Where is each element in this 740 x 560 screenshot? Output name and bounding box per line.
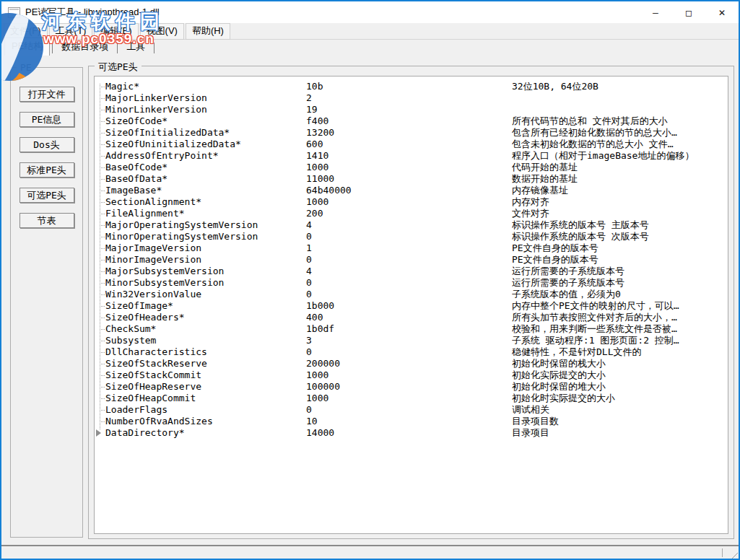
table-row[interactable]: LoaderFlags0调试相关 bbox=[95, 404, 728, 416]
field-value: 1000 bbox=[306, 369, 512, 381]
fields-list: Magic*10b32位10B, 64位20BMajorLinkerVersio… bbox=[94, 76, 728, 534]
field-name: SizeOfHeapReserve bbox=[105, 381, 306, 393]
field-desc: PE文件自身的版本号 bbox=[512, 254, 728, 266]
table-row[interactable]: MinorSubsystemVersion0运行所需要的子系统版本号 bbox=[95, 277, 728, 289]
table-row[interactable]: MinorOperatingSystemVersion0标识操作系统的版本号 次… bbox=[95, 231, 728, 242]
table-row[interactable]: FileAlignment*200文件对齐 bbox=[95, 208, 728, 219]
table-row[interactable]: MajorOperatingSystemVersion4标识操作系统的版本号 主… bbox=[95, 219, 728, 231]
tab-divider bbox=[52, 43, 53, 53]
tree-connector bbox=[95, 115, 105, 127]
table-row[interactable]: SizeOfHeaders*400所有头加节表按照文件对齐后的大小，… bbox=[95, 312, 728, 323]
field-value: 11000 bbox=[306, 173, 512, 185]
table-row[interactable]: SizeOfHeapReserve100000初始化时保留的堆大小 bbox=[95, 381, 728, 393]
table-row[interactable]: NumberOfRvaAndSizes10目录项目数 bbox=[95, 416, 728, 427]
tree-connector bbox=[95, 81, 105, 92]
field-desc bbox=[512, 92, 728, 104]
table-row[interactable]: MinorLinkerVersion19 bbox=[95, 104, 728, 115]
tree-connector bbox=[95, 277, 105, 289]
table-row[interactable]: SizeOfStackCommit1000初始化实际提交的大小 bbox=[95, 369, 728, 381]
menu-item-5[interactable]: 帮助(H) bbox=[186, 23, 230, 40]
table-row[interactable]: SizeOfImage*1b000内存中整个PE文件的映射的尺寸，可以… bbox=[95, 300, 728, 312]
field-name: SizeOfHeaders* bbox=[105, 312, 306, 323]
table-row[interactable]: SizeOfHeapCommit1000初始化时实际提交的大小 bbox=[95, 393, 728, 404]
tree-connector bbox=[95, 323, 105, 335]
table-row[interactable]: Subsystem3子系统 驱动程序:1 图形页面:2 控制… bbox=[95, 335, 728, 346]
resize-grip-icon[interactable] bbox=[727, 548, 738, 559]
field-name: CheckSum* bbox=[105, 323, 306, 335]
field-value: 200000 bbox=[306, 358, 512, 369]
field-desc: 校验和，用来判断一些系统文件是否被… bbox=[512, 323, 728, 335]
table-row[interactable]: BaseOfCode*1000代码开始的基址 bbox=[95, 162, 728, 173]
table-row[interactable]: DllCharacteristics0稳健特性，不是针对DLL文件的 bbox=[95, 346, 728, 358]
field-desc: 子系统 驱动程序:1 图形页面:2 控制… bbox=[512, 335, 728, 346]
table-row[interactable]: SizeOfInitializedData*13200包含所有已经初始化数据的节… bbox=[95, 127, 728, 139]
table-row[interactable]: Win32VersionValue0子系统版本的值，必须为0 bbox=[95, 289, 728, 300]
close-button[interactable]: ✕ bbox=[705, 1, 739, 23]
table-row[interactable]: DataDirectory*14000目录项目 bbox=[95, 427, 728, 439]
tree-connector bbox=[95, 104, 105, 115]
table-row[interactable]: SectionAlignment*1000内存对齐 bbox=[95, 196, 728, 208]
minimize-button[interactable]: — bbox=[639, 1, 672, 23]
tree-connector bbox=[95, 150, 105, 162]
field-name: MinorSubsystemVersion bbox=[105, 277, 306, 289]
table-row[interactable]: MajorImageVersion1PE文件自身的版本号 bbox=[95, 242, 728, 254]
tab-1[interactable]: PE结构 bbox=[4, 38, 50, 56]
sidebar-button-4[interactable]: 标准PE头 bbox=[19, 162, 74, 178]
field-value: 3 bbox=[306, 335, 512, 346]
field-desc: 内存镜像基址 bbox=[512, 185, 728, 196]
field-desc: 目录项目 bbox=[512, 427, 728, 439]
sidebar-button-5[interactable]: 可选PE头 bbox=[19, 188, 74, 203]
field-value: 0 bbox=[306, 277, 512, 289]
field-value: 1000 bbox=[306, 162, 512, 173]
table-row[interactable]: AddressOfEntryPoint*1410程序入口（相对于imageBas… bbox=[95, 150, 728, 162]
field-value: 0 bbox=[306, 404, 512, 416]
field-desc: 稳健特性，不是针对DLL文件的 bbox=[512, 346, 728, 358]
field-value: 1b000 bbox=[306, 300, 512, 312]
field-name: MajorLinkerVersion bbox=[105, 92, 306, 104]
tab-3[interactable]: 工具 bbox=[120, 39, 152, 56]
menu-item-4[interactable]: 视图(V) bbox=[140, 23, 184, 40]
table-row[interactable]: Magic*10b32位10B, 64位20B bbox=[95, 81, 728, 92]
title-bar[interactable]: PE读写工具 - libwinpthread-1.dll — □ ✕ bbox=[1, 1, 739, 23]
menu-item-2[interactable]: 工具(T) bbox=[49, 23, 93, 40]
sidebar-buttons: 打开文件PE信息Dos头标准PE头可选PE头节表 bbox=[11, 68, 82, 228]
table-row[interactable]: SizeOfCode*f400所有代码节的总和 文件对其后的大小 bbox=[95, 115, 728, 127]
close-icon: ✕ bbox=[718, 6, 725, 19]
pe-groupbox: PE 打开文件PE信息Dos头标准PE头可选PE头节表 bbox=[10, 67, 83, 538]
tree-connector bbox=[95, 312, 105, 323]
sidebar-button-3[interactable]: Dos头 bbox=[19, 137, 74, 152]
menu-item-3[interactable]: 编辑(E) bbox=[94, 23, 138, 40]
sidebar-button-6[interactable]: 节表 bbox=[19, 213, 74, 228]
field-value: 400 bbox=[306, 312, 512, 323]
table-row[interactable]: SizeOfUninitializedData*600包含未初始化数据的节的总大… bbox=[95, 139, 728, 150]
field-value: 2 bbox=[306, 92, 512, 104]
status-bar bbox=[1, 545, 739, 559]
field-desc: 所有头加节表按照文件对齐后的大小，… bbox=[512, 312, 728, 323]
field-desc bbox=[512, 104, 728, 115]
table-row[interactable]: SizeOfStackReserve200000初始化时保留的栈大小 bbox=[95, 358, 728, 369]
expand-arrow-icon[interactable] bbox=[95, 427, 105, 439]
table-row[interactable]: ImageBase*64b40000内存镜像基址 bbox=[95, 185, 728, 196]
tree-connector bbox=[95, 173, 105, 185]
field-desc: 初始化时保留的堆大小 bbox=[512, 381, 728, 393]
sidebar-button-2[interactable]: PE信息 bbox=[19, 112, 74, 127]
field-name: SizeOfUninitializedData* bbox=[105, 139, 306, 150]
field-value: 200 bbox=[306, 208, 512, 219]
table-row[interactable]: MinorImageVersion0PE文件自身的版本号 bbox=[95, 254, 728, 266]
table-row[interactable]: BaseOfData*11000数据开始的基址 bbox=[95, 173, 728, 185]
tree-connector bbox=[95, 346, 105, 358]
field-name: SectionAlignment* bbox=[105, 196, 306, 208]
field-name: SizeOfImage* bbox=[105, 300, 306, 312]
tab-2[interactable]: 数据目录项 bbox=[55, 39, 115, 56]
field-name: NumberOfRvaAndSizes bbox=[105, 416, 306, 427]
field-name: SizeOfCode* bbox=[105, 115, 306, 127]
window-controls: — □ ✕ bbox=[639, 1, 739, 23]
tree-connector bbox=[95, 300, 105, 312]
tab-divider bbox=[154, 43, 154, 53]
sidebar-button-1[interactable]: 打开文件 bbox=[19, 87, 74, 102]
table-row[interactable]: MajorLinkerVersion2 bbox=[95, 92, 728, 104]
field-desc: 标识操作系统的版本号 主版本号 bbox=[512, 219, 728, 231]
table-row[interactable]: MajorSubsystemVersion4运行所需要的子系统版本号 bbox=[95, 266, 728, 277]
maximize-button[interactable]: □ bbox=[672, 1, 705, 23]
table-row[interactable]: CheckSum*1b0df校验和，用来判断一些系统文件是否被… bbox=[95, 323, 728, 335]
